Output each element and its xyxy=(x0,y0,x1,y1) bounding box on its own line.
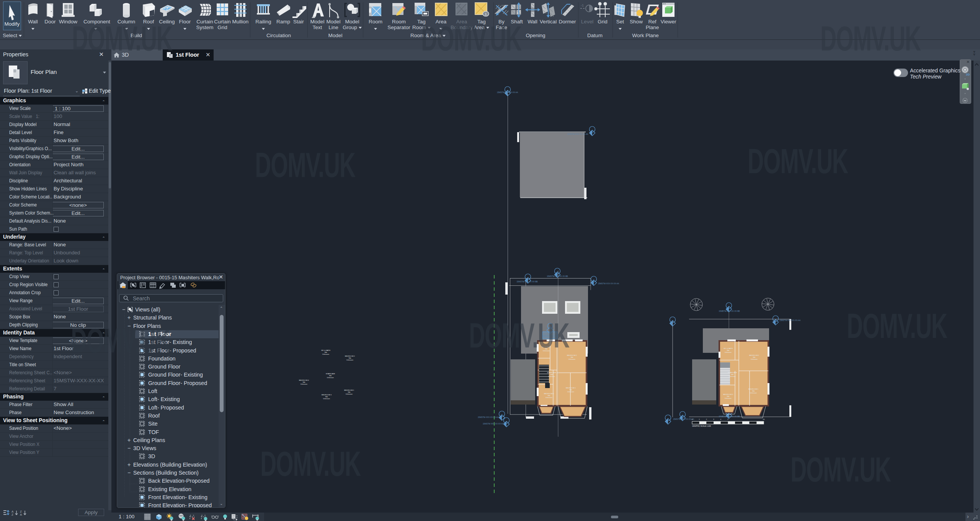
svg-text:15MSTW-XXX-XX-XX-BB: 15MSTW-XXX-XX-XX-BB xyxy=(516,281,537,283)
svg-text:Unknown: Unknown xyxy=(346,359,354,361)
svg-text:Unknown: Unknown xyxy=(322,353,330,355)
svg-text:15MSTW-XXX-XX-XX-AA: 15MSTW-XXX-XX-XX-AA xyxy=(673,418,694,420)
svg-text:15MBTW-XXX-XX-XX-BB: 15MBTW-XXX-XX-XX-BB xyxy=(719,416,740,418)
svg-text:15MSTW-XXX-XX-XX-AA: 15MSTW-XXX-XX-XX-AA xyxy=(478,416,499,418)
svg-text:Unknown: Unknown xyxy=(725,351,732,353)
svg-text:10: 10 xyxy=(763,418,765,420)
svg-text:Unknown: Unknown xyxy=(546,396,553,398)
svg-text:15MSTW-XXX-XX-XX-AA: 15MSTW-XXX-XX-XX-AA xyxy=(483,423,504,425)
svg-text:15MBTW-XXX-XX-XX-BB: 15MBTW-XXX-XX-XX-BB xyxy=(719,310,740,312)
svg-text:Unknown: Unknown xyxy=(327,377,334,378)
svg-text:2D: 2D xyxy=(966,73,970,76)
svg-text:Unknown: Unknown xyxy=(751,358,758,360)
svg-text:1: 1 xyxy=(699,418,700,420)
svg-text:Unknown: Unknown xyxy=(567,391,575,393)
svg-text:15MSTW-XXX-XX-XX-AA: 15MSTW-XXX-XX-XX-AA xyxy=(598,283,619,285)
svg-text:15MSTW-XXX-XX-XX-AA: 15MSTW-XXX-XX-XX-AA xyxy=(567,133,588,135)
svg-text:Unknown: Unknown xyxy=(750,392,757,394)
svg-text:2: 2 xyxy=(706,418,707,420)
svg-text:Unknown: Unknown xyxy=(548,375,555,377)
svg-text:Unknown: Unknown xyxy=(323,398,330,400)
svg-text:GRAPHIC SCALE 1:100: GRAPHIC SCALE 1:100 xyxy=(692,425,711,427)
svg-text:15MSTW-XXX-XX-XX-AA: 15MSTW-XXX-XX-XX-AA xyxy=(497,92,518,93)
svg-text:15MSTW-XXX-XX-XX-BB: 15MSTW-XXX-XX-XX-BB xyxy=(547,275,568,277)
svg-text:15MSTW-XXX-XX-XX-AA: 15MSTW-XXX-XX-XX-AA xyxy=(779,319,801,321)
svg-text:Unknown: Unknown xyxy=(301,383,308,385)
svg-text:Unknown: Unknown xyxy=(729,375,736,377)
svg-text:Unknown: Unknown xyxy=(568,358,576,360)
svg-text:5: 5 xyxy=(727,418,728,420)
svg-text:Unknown: Unknown xyxy=(346,393,353,395)
svg-text:3: 3 xyxy=(713,418,714,420)
svg-text:Unknown: Unknown xyxy=(725,397,732,399)
svg-text:4: 4 xyxy=(720,418,722,420)
